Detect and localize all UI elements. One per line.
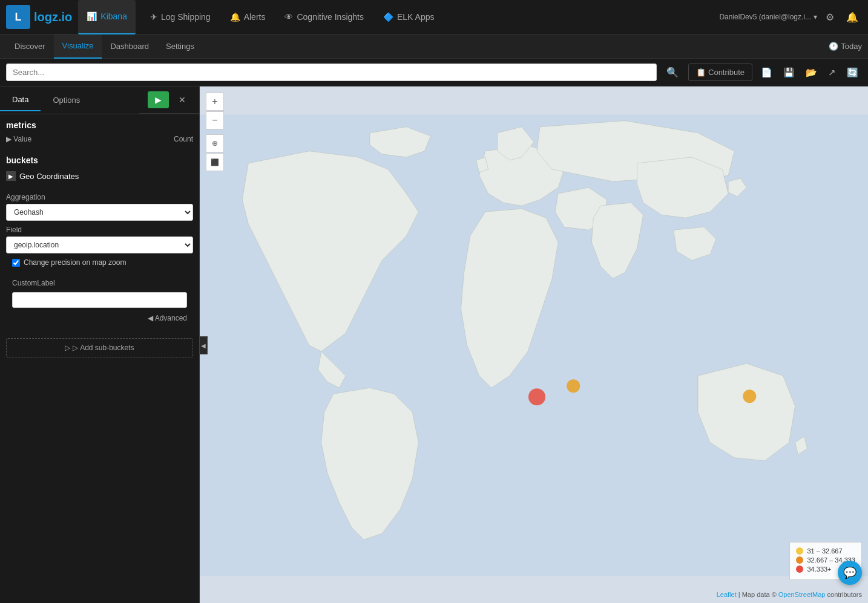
legend-item-1: 31 – 32.667 bbox=[796, 547, 855, 555]
alerts-icon: 🔔 bbox=[230, 12, 240, 22]
share-icon-button[interactable]: ↗ bbox=[824, 65, 840, 80]
field-select[interactable]: geoip.location bbox=[6, 236, 193, 253]
tab-dashboard[interactable]: Dashboard bbox=[102, 34, 157, 59]
left-panel: Data Options ▶ ✕ metrics ▶ Value Count bbox=[0, 86, 200, 603]
tab-discover[interactable]: Discover bbox=[6, 34, 54, 59]
bucket-toggle-icon[interactable]: ▶ bbox=[6, 171, 16, 181]
legend-dot-3 bbox=[796, 566, 803, 573]
top-navbar: L logz.io 📊 Kibana ✈ Log Shipping 🔔 Aler… bbox=[0, 0, 868, 34]
precision-checkbox[interactable] bbox=[12, 259, 20, 267]
settings-icon-button[interactable]: ⚙ bbox=[822, 9, 838, 25]
world-map bbox=[200, 86, 868, 603]
logo-letter: L bbox=[15, 11, 22, 24]
map-area: + − ⊕ ⬛ bbox=[200, 86, 868, 603]
add-sub-buckets-button[interactable]: ▷ ▷ Add sub-buckets bbox=[6, 338, 193, 357]
today-button[interactable]: 🕐 Today bbox=[829, 42, 862, 51]
reset-zoom-button[interactable]: ⊕ bbox=[206, 134, 224, 152]
zoom-in-button[interactable]: + bbox=[206, 93, 224, 111]
map-dot-1[interactable] bbox=[528, 388, 545, 405]
nav-alerts[interactable]: 🔔 Alerts bbox=[220, 0, 275, 34]
aggregation-select[interactable]: Geohash bbox=[6, 204, 193, 221]
bucket-header[interactable]: ▶ Geo Coordinates bbox=[0, 168, 199, 184]
panel-tabs: Data Options ▶ ✕ bbox=[0, 86, 199, 114]
chat-icon: 💬 bbox=[843, 566, 856, 579]
save-icon-button[interactable]: 💾 bbox=[780, 65, 798, 80]
nav-log-shipping[interactable]: ✈ Log Shipping bbox=[140, 0, 220, 34]
metrics-value-label: ▶ Value bbox=[6, 135, 31, 143]
field-label: Field bbox=[6, 226, 193, 234]
leaflet-link[interactable]: Leaflet bbox=[717, 591, 737, 598]
clear-icon: ✕ bbox=[179, 95, 186, 105]
aggregation-label: Aggregation bbox=[6, 193, 193, 201]
map-footer: Leaflet | Map data © OpenStreetMap contr… bbox=[717, 591, 862, 598]
map-dot-2[interactable] bbox=[567, 379, 580, 393]
log-shipping-icon: ✈ bbox=[150, 12, 157, 22]
search-bar: 🔍 📋 Contribute 📄 💾 📂 ↗ 🔄 bbox=[0, 59, 868, 86]
chat-bubble-button[interactable]: 💬 bbox=[838, 561, 862, 585]
legend-dot-2 bbox=[796, 556, 803, 564]
osm-link[interactable]: OpenStreetMap bbox=[778, 591, 826, 598]
nav-right: DanielDev5 (daniel@logz.i... ▾ ⚙ 🔔 bbox=[719, 9, 862, 25]
metrics-value-row: ▶ Value Count bbox=[0, 132, 199, 146]
buckets-section: buckets ▶ Geo Coordinates Aggregation Ge… bbox=[0, 146, 199, 333]
logo-box: L bbox=[6, 5, 30, 29]
buckets-title: buckets bbox=[0, 149, 199, 168]
nav-cognitive-insights[interactable]: 👁 Cognitive Insights bbox=[275, 0, 373, 34]
collapse-panel-button[interactable]: ◀ bbox=[199, 336, 208, 354]
kibana-label: Kibana bbox=[100, 11, 127, 21]
new-doc-icon-button[interactable]: 📄 bbox=[757, 65, 776, 80]
tab-visualize[interactable]: Visualize bbox=[54, 34, 102, 59]
search-button[interactable]: 🔍 bbox=[662, 64, 683, 80]
nav-items: ✈ Log Shipping 🔔 Alerts 👁 Cognitive Insi… bbox=[140, 0, 719, 34]
tab-discover-label: Discover bbox=[15, 42, 45, 51]
elk-apps-icon: 🔷 bbox=[383, 12, 393, 22]
user-dropdown-icon: ▾ bbox=[814, 13, 817, 21]
precision-row: Change precision on map zoom bbox=[6, 253, 193, 272]
open-icon-button[interactable]: 📂 bbox=[802, 65, 821, 80]
logo-text: logz.io bbox=[34, 10, 72, 24]
metrics-count-label: Count bbox=[174, 135, 193, 143]
zoom-out-button[interactable]: − bbox=[206, 111, 224, 129]
panel-tab-options-label: Options bbox=[53, 96, 80, 105]
map-footer-text: | Map data © bbox=[738, 591, 778, 598]
run-button[interactable]: ▶ bbox=[148, 91, 169, 108]
clock-icon: 🕐 bbox=[829, 42, 838, 51]
sub-navbar: Discover Visualize Dashboard Settings 🕐 … bbox=[0, 34, 868, 59]
tab-visualize-label: Visualize bbox=[62, 41, 94, 50]
advanced-link[interactable]: ◀ Advanced bbox=[6, 310, 193, 326]
nav-log-shipping-label: Log Shipping bbox=[161, 12, 211, 22]
bucket-content: Aggregation Geohash Field geoip.location… bbox=[0, 184, 199, 330]
contributors-text: contributors bbox=[827, 591, 862, 598]
panel-tab-data-label: Data bbox=[12, 95, 28, 104]
user-name: DanielDev5 (daniel@logz.i... bbox=[719, 13, 811, 21]
nav-alerts-label: Alerts bbox=[244, 12, 266, 22]
panel-tab-options[interactable]: Options bbox=[41, 90, 92, 111]
refresh-icon-button[interactable]: 🔄 bbox=[843, 65, 862, 80]
cognitive-insights-icon: 👁 bbox=[284, 12, 293, 22]
custom-label-section: CustomLabel bbox=[6, 272, 193, 310]
tab-settings[interactable]: Settings bbox=[157, 34, 203, 59]
user-info[interactable]: DanielDev5 (daniel@logz.i... ▾ bbox=[719, 13, 817, 21]
clear-button[interactable]: ✕ bbox=[174, 91, 191, 108]
run-icon: ▶ bbox=[155, 95, 162, 105]
fit-bounds-button[interactable]: ⬛ bbox=[206, 153, 224, 171]
nav-elk-apps[interactable]: 🔷 ELK Apps bbox=[373, 0, 444, 34]
contribute-label: Contribute bbox=[708, 68, 745, 77]
add-sub-label: ▷ Add sub-buckets bbox=[73, 344, 134, 352]
kibana-icon: 📊 bbox=[87, 11, 97, 21]
geo-coordinates-label: Geo Coordinates bbox=[19, 172, 79, 181]
advanced-label: ◀ Advanced bbox=[148, 314, 187, 322]
custom-label-title: CustomLabel bbox=[12, 279, 187, 287]
map-dot-3[interactable] bbox=[743, 390, 756, 403]
search-input[interactable] bbox=[6, 64, 657, 81]
contribute-button[interactable]: 📋 Contribute bbox=[688, 64, 752, 81]
logo-area: L logz.io bbox=[6, 5, 72, 29]
kibana-button[interactable]: 📊 Kibana bbox=[78, 0, 136, 34]
add-sub-icon: ▷ bbox=[65, 344, 70, 352]
tab-dashboard-label: Dashboard bbox=[110, 42, 149, 51]
panel-tab-data[interactable]: Data bbox=[0, 89, 41, 111]
notifications-icon-button[interactable]: 🔔 bbox=[843, 9, 862, 25]
legend-dot-1 bbox=[796, 547, 803, 555]
custom-label-input[interactable] bbox=[12, 292, 187, 308]
panel-actions: ▶ ✕ bbox=[139, 86, 199, 114]
